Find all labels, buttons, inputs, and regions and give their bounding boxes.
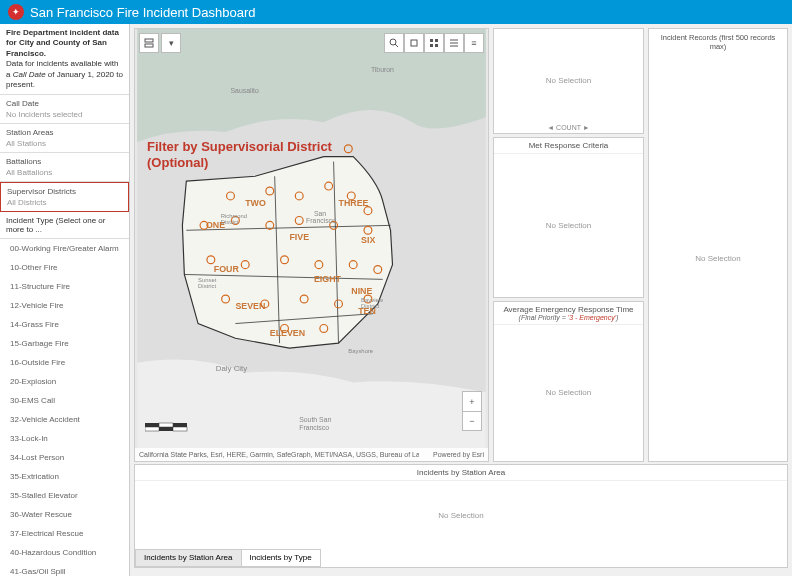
desc-text: Fire Department incident data for City a… [6,28,119,58]
attrib-text: California State Parks, Esri, HERE, Garm… [139,451,419,458]
svg-line-3 [395,44,398,47]
incident-type-item[interactable]: 32-Vehicle Accident [0,410,129,429]
svg-rect-71 [173,423,187,427]
svg-text:NINE: NINE [351,286,372,296]
incident-type-item[interactable]: 33-Lock-In [0,429,129,448]
map-svg: TWO THREE ONE FIVE SIX FOUR EIGHT NINE S… [135,29,488,461]
incident-type-item[interactable]: 12-Vehicle Fire [0,296,129,315]
response-criteria-panel: Met Response Criteria No Selection [493,137,644,298]
incident-type-item[interactable]: 11-Structure Fire [0,277,129,296]
tab-station-area[interactable]: Incidents by Station Area [135,549,242,567]
app-title: San Francisco Fire Incident Dashboard [30,5,255,20]
sidebar-description: Fire Department incident data for City a… [0,24,129,95]
incident-type-item[interactable]: 36-Water Rescue [0,505,129,524]
desc-text-2: Data for incidents available with a Call… [6,59,123,90]
zoom-out-button[interactable]: − [462,411,482,431]
svg-rect-6 [435,39,438,42]
legend-icon[interactable] [444,33,464,53]
svg-rect-5 [430,39,433,42]
bottom-row: Incidents by Station Area No Selection I… [130,464,792,572]
map-attribution: California State Parks, Esri, HERE, Garm… [135,448,488,461]
filter-value: All Stations [6,139,123,148]
incident-type-item[interactable]: 30-EMS Call [0,391,129,410]
no-selection-text: No Selection [494,154,643,297]
tab-type[interactable]: Incidents by Type [241,549,321,567]
no-selection-text: No Selection [494,325,643,461]
incident-type-item[interactable]: 34-Lost Person [0,448,129,467]
layers-button[interactable] [139,33,159,53]
chart-tabs: Incidents by Station Area Incidents by T… [135,549,787,567]
content-area: ▾ ≡ Filter by Supervisorial District (Op… [130,24,792,576]
filter-supervisor-districts[interactable]: Supervisor Districts All Districts [0,182,129,212]
records-panel: Incident Records (first 500 records max)… [648,28,788,462]
filter-label: Call Date [6,99,123,108]
filter-station-areas[interactable]: Station Areas All Stations [0,124,129,153]
incident-type-item[interactable]: 20-Explosion [0,372,129,391]
no-selection-text: No Selection [494,29,643,133]
svg-rect-1 [145,44,153,47]
dropdown-button[interactable]: ▾ [161,33,181,53]
svg-text:Bayshore: Bayshore [348,348,373,354]
annotation-callout: Filter by Supervisorial District (Option… [147,139,332,170]
svg-text:FOUR: FOUR [214,264,240,274]
count-axis-label: ◄ COUNT ► [494,124,643,131]
svg-rect-4 [411,40,417,46]
svg-rect-72 [145,427,159,431]
incident-type-item[interactable]: 14-Grass Fire [0,315,129,334]
search-icon[interactable] [384,33,404,53]
svg-text:South San: South San [299,416,331,423]
svg-text:Sausalito: Sausalito [231,87,259,94]
app-logo-icon: ✦ [8,4,24,20]
filter-value: All Battalions [6,168,123,177]
filter-label: Station Areas [6,128,123,137]
incident-type-item[interactable]: 15-Garbage Fire [0,334,129,353]
incident-type-item[interactable]: 41-Gas/Oil Spill [0,562,129,576]
svg-text:Francisco: Francisco [306,217,336,224]
filter-call-date[interactable]: Call Date No Incidents selected [0,95,129,124]
count-panel: No Selection ◄ COUNT ► [493,28,644,134]
filter-value: No Incidents selected [6,110,123,119]
svg-text:District: District [361,303,379,309]
svg-rect-70 [159,423,173,427]
zoom-controls: + − [462,391,482,431]
top-row: ▾ ≡ Filter by Supervisorial District (Op… [130,24,792,464]
filter-battalions[interactable]: Battalions All Battalions [0,153,129,182]
svg-rect-69 [145,423,159,427]
annotation-line1: Filter by Supervisorial District [147,139,332,155]
filter-label: Supervisor Districts [7,187,122,196]
svg-rect-8 [435,44,438,47]
list-icon[interactable]: ≡ [464,33,484,53]
incident-type-item[interactable]: 37-Electrical Rescue [0,524,129,543]
incident-type-item[interactable]: 35-Extrication [0,467,129,486]
map-container[interactable]: ▾ ≡ Filter by Supervisorial District (Op… [134,28,489,462]
svg-text:EIGHT: EIGHT [314,274,342,284]
basemap-icon[interactable] [424,33,444,53]
annotation-line2: (Optional) [147,155,332,171]
incidents-chart-panel: Incidents by Station Area No Selection I… [134,464,788,568]
response-time-panel: Average Emergency Response Time (Final P… [493,301,644,462]
svg-text:San: San [314,210,326,217]
incident-type-item[interactable]: 40-Hazardous Condition [0,543,129,562]
incident-type-item[interactable]: 10-Other Fire [0,258,129,277]
no-selection-text: No Selection [649,55,787,461]
app-header: ✦ San Francisco Fire Incident Dashboard [0,0,792,24]
panel-title: Incidents by Station Area [135,465,787,481]
home-icon[interactable] [404,33,424,53]
sidebar: Fire Department incident data for City a… [0,24,130,576]
panel-title: Average Emergency Response Time (Final P… [494,302,643,325]
incident-type-item[interactable]: 16-Outside Fire [0,353,129,372]
no-selection-text: No Selection [135,481,787,549]
svg-text:TWO: TWO [245,198,266,208]
incident-type-item[interactable]: 00-Working Fire/Greater Alarm [0,239,129,258]
zoom-in-button[interactable]: + [462,391,482,411]
filter-label: Battalions [6,157,123,166]
svg-rect-73 [159,427,173,431]
incident-type-list: 00-Working Fire/Greater Alarm10-Other Fi… [0,239,129,576]
svg-text:Francisco: Francisco [299,424,329,431]
incident-type-header: Incident Type (Select one or more to ... [0,212,129,239]
svg-text:Daly City: Daly City [216,364,247,373]
svg-rect-7 [430,44,433,47]
svg-text:District: District [198,283,216,289]
incident-type-item[interactable]: 35-Stalled Elevator [0,486,129,505]
filter-value: All Districts [7,198,122,207]
